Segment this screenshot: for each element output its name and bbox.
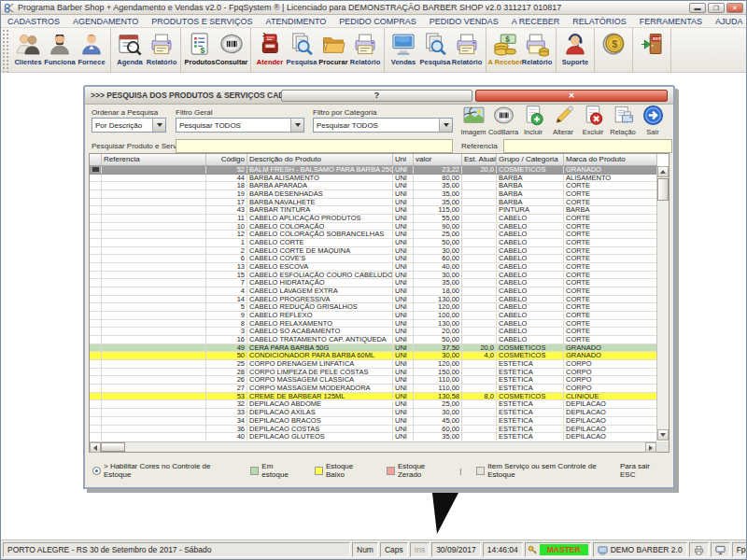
table-row[interactable]: 34DEPILACAO BRACOSUNI45,00ESTÉTICADEPILA… bbox=[90, 417, 657, 426]
table-row[interactable]: 1CABELO CORTEUNI50,00CABELOCORTE bbox=[90, 239, 657, 247]
column-header-uni[interactable]: Uni bbox=[393, 154, 414, 165]
action-button-imagem[interactable]: Imagem bbox=[458, 104, 488, 136]
menu-item-pedido-compras[interactable]: PEDIDO COMPRAS bbox=[332, 17, 423, 26]
menu-item-pedido-vendas[interactable]: PEDIDO VENDAS bbox=[423, 17, 505, 26]
scroll-left-button[interactable] bbox=[90, 442, 101, 453]
column-header-est-atual[interactable]: Est. Atual bbox=[462, 154, 497, 165]
table-row[interactable]: 13CABELO ESCOVAUNI40,00CABELOCORTE bbox=[90, 263, 657, 272]
table-row[interactable]: 11CABELO APLICAÇÃO PRODUTOSUNI55,00CABEL… bbox=[90, 215, 657, 223]
table-row[interactable]: 25CORPO DRENAGEM LINFATICAUNI120,00ESTÉT… bbox=[90, 360, 657, 369]
table-row[interactable]: 3CABELO SÓ ACABAMENTOUNI20,00CABELOCORTE bbox=[90, 328, 657, 336]
table-row[interactable]: 14CABELO PROGRESSIVAUNI130,00CABELOCORTE bbox=[90, 296, 657, 304]
search-product-input[interactable] bbox=[176, 139, 453, 153]
toolbar-button-clientes[interactable]: Clientes bbox=[12, 29, 44, 71]
column-header-gutter[interactable] bbox=[90, 154, 102, 165]
table-row[interactable]: 33DEPILACAO AXILASUNI30,00ESTÉTICADEPILA… bbox=[90, 409, 657, 417]
status-monitor-cell[interactable] bbox=[711, 542, 730, 557]
action-button-sair[interactable]: Sair bbox=[638, 104, 668, 136]
table-row[interactable]: 28CORPO LIMPEZA DE PELE COSTASUNI150,00E… bbox=[90, 369, 657, 377]
column-header-marca-do-produto[interactable]: Marca do Produto bbox=[564, 154, 657, 165]
column-header-valor[interactable]: valor bbox=[414, 154, 462, 165]
toolbar-button-relatorio[interactable]: Relatório bbox=[451, 29, 483, 71]
action-button-excluir[interactable]: Excluir bbox=[578, 104, 608, 136]
status-printer-cell[interactable] bbox=[689, 542, 709, 557]
order-filter-select[interactable]: Por Descrição bbox=[92, 118, 166, 133]
action-button-relacao[interactable]: Relação bbox=[608, 104, 638, 136]
toolbar-button-vendas[interactable]: Vendas bbox=[388, 29, 419, 71]
toolbar-button-funciona[interactable]: Funciona bbox=[44, 29, 76, 71]
enable-colors-radio[interactable] bbox=[92, 467, 101, 475]
close-button[interactable]: ✕ bbox=[726, 3, 743, 13]
table-row[interactable]: 2CABELO CORTE DE MÁQUINAUNI30,00CABELOCO… bbox=[90, 247, 657, 256]
table-row[interactable]: 53CREME DE BARBEAR 125MLUNI130,588,0COSM… bbox=[90, 393, 657, 401]
table-row[interactable]: 10CABELO COLORAÇÃOUNI90,00CABELOCORTE bbox=[90, 223, 657, 231]
help-button[interactable]: ? bbox=[281, 90, 473, 102]
table-row[interactable]: 15CABELO ESFOLIAÇÃO COURO CABELUDOUNI30,… bbox=[90, 272, 657, 280]
column-header-descricao-do-produto[interactable]: Descrição do Produto bbox=[247, 154, 393, 165]
table-row[interactable]: 18BARBA APARADAUNI35,00BARBACORTE bbox=[90, 182, 657, 190]
action-button-incluir[interactable]: Incluir bbox=[518, 104, 548, 136]
column-header-referencia[interactable]: Referencia bbox=[102, 154, 206, 165]
minimize-button[interactable]: ▬ bbox=[689, 3, 706, 13]
general-filter-select[interactable]: Pesquisar TODOS bbox=[176, 118, 304, 133]
toolbar-button-relatorio[interactable]: Relatório bbox=[349, 29, 381, 71]
vertical-scrollbar[interactable] bbox=[656, 166, 669, 441]
menu-item-ajuda[interactable]: AJUDA bbox=[709, 17, 747, 26]
table-row[interactable]: 19BARBA DESENHADASUNI35,00BARBACORTE bbox=[90, 190, 657, 199]
toolbar-button-exit-door[interactable]: EXIT bbox=[636, 29, 668, 71]
toolbar-button-pesquisa[interactable]: Pesquisa bbox=[419, 29, 451, 71]
table-row[interactable]: 36DEPILACAO COSTASUNI60,00ESTÉTICADEPILA… bbox=[90, 426, 657, 434]
vertical-scroll-thumb[interactable] bbox=[657, 178, 669, 201]
table-row[interactable]: 52BALM FRESH - BALSAMO PARA BARBA 25GUNI… bbox=[90, 166, 657, 175]
menu-item-atendimento[interactable]: ATENDIMENTO bbox=[260, 17, 333, 26]
menu-item-a-receber[interactable]: A RECEBER bbox=[505, 17, 567, 26]
horizontal-scroll-thumb[interactable] bbox=[101, 442, 125, 452]
category-filter-select[interactable]: Pesquisar TODOS bbox=[313, 118, 453, 133]
table-row[interactable]: 12CABELO COLORAÇÃO SOBRANCELHASUNI25,00C… bbox=[90, 231, 657, 239]
column-header-codigo[interactable]: Código bbox=[206, 154, 247, 165]
dialog-close-button[interactable]: ✕ bbox=[475, 90, 668, 102]
chevron-down-icon[interactable] bbox=[439, 119, 452, 132]
toolbar-button-relatorio[interactable]: Relatório bbox=[146, 29, 177, 71]
menu-item-produtos-e-servicos[interactable]: PRODUTOS E SERVIÇOS bbox=[145, 17, 259, 26]
table-row[interactable]: 32DEPILACAO ABDOMEUNI25,00ESTÉTICADEPILA… bbox=[90, 400, 657, 409]
toolbar-button-consultar[interactable]: Consultar bbox=[216, 29, 247, 71]
table-row[interactable]: 4CABELO LAVAGEM EXTRAUNI18,00CABELOCORTE bbox=[90, 287, 657, 296]
table-row[interactable]: 49CERA PARA BARBA 50GUNI37,5020,0COSMETI… bbox=[90, 344, 657, 353]
table-row[interactable]: 6CABELO COVE'SUNI60,00CABELOCORTE bbox=[90, 255, 657, 263]
menu-item-cadastros[interactable]: CADASTROS bbox=[1, 17, 66, 26]
menu-item-ferramentas[interactable]: FERRAMENTAS bbox=[633, 17, 709, 26]
toolbar-button-coin[interactable]: $ bbox=[598, 29, 629, 71]
horizontal-scrollbar[interactable] bbox=[90, 441, 656, 452]
table-row[interactable]: 27CORPO MASSAGEM MODERADORAUNI110,00ESTÉ… bbox=[90, 385, 657, 393]
table-row[interactable]: 9CABELO REFLEXOUNI100,00CABELOCORTE bbox=[90, 312, 657, 320]
chevron-down-icon[interactable] bbox=[152, 119, 165, 132]
table-row[interactable]: 5CABELO REDUÇÃO GRISALHOSUNI120,00CABELO… bbox=[90, 303, 657, 312]
chevron-down-icon[interactable] bbox=[290, 119, 303, 132]
toolbar-button-produtos[interactable]: $Produtos bbox=[184, 29, 216, 71]
menu-item-agendamento[interactable]: AGENDAMENTO bbox=[66, 17, 145, 26]
table-row[interactable]: 43BARBAR TINTURAUNI115,00PINTURABARBA bbox=[90, 206, 657, 215]
action-button-alterar[interactable]: Alterar bbox=[548, 104, 578, 136]
table-row[interactable]: 50CONDICIONADOR PARA BARBA 60MLUNI30,004… bbox=[90, 352, 657, 360]
toolbar-button-agenda[interactable]: Agenda bbox=[114, 29, 146, 71]
table-row[interactable]: 8CABELO RELAXAMENTOUNI130,00CABELOCORTE bbox=[90, 320, 657, 329]
table-row[interactable]: 17BARBA NAVALHETEUNI35,00BARBACORTE bbox=[90, 199, 657, 207]
table-row[interactable]: 7CABELO HIDRATAÇÃOUNI35,00CABELOCORTE bbox=[90, 279, 657, 287]
reference-input[interactable] bbox=[503, 139, 672, 153]
action-button-codbarra[interactable]: CodBarra bbox=[488, 104, 518, 136]
toolbar-button-atender[interactable]: Atender bbox=[254, 29, 286, 71]
column-header-grupo-categoria[interactable]: Grupo / Categoria bbox=[497, 154, 564, 165]
toolbar-button-pesquisa[interactable]: Pesquisa bbox=[286, 29, 317, 71]
menu-item-relatorios[interactable]: RELATÓRIOS bbox=[566, 17, 632, 26]
scroll-down-button[interactable] bbox=[657, 429, 669, 441]
scroll-up-button[interactable] bbox=[657, 166, 669, 177]
toolbar-button-a-receber[interactable]: $A Receber bbox=[489, 29, 521, 71]
table-row[interactable]: 44BARBA ALISAMENTOUNI80,00BARBAALISAMENT… bbox=[90, 175, 657, 183]
table-row[interactable]: 26CORPO MASSAGEM CLASSICAUNI110,00ESTÉTI… bbox=[90, 376, 657, 385]
toolbar-button-fornece[interactable]: Fornece bbox=[76, 29, 107, 71]
toolbar-button-procurar[interactable]: Procurar bbox=[317, 29, 349, 71]
toolbar-button-suporte[interactable]: Suporte bbox=[559, 29, 591, 71]
restore-button[interactable]: ❐ bbox=[708, 3, 725, 13]
scroll-right-button[interactable] bbox=[645, 442, 656, 453]
